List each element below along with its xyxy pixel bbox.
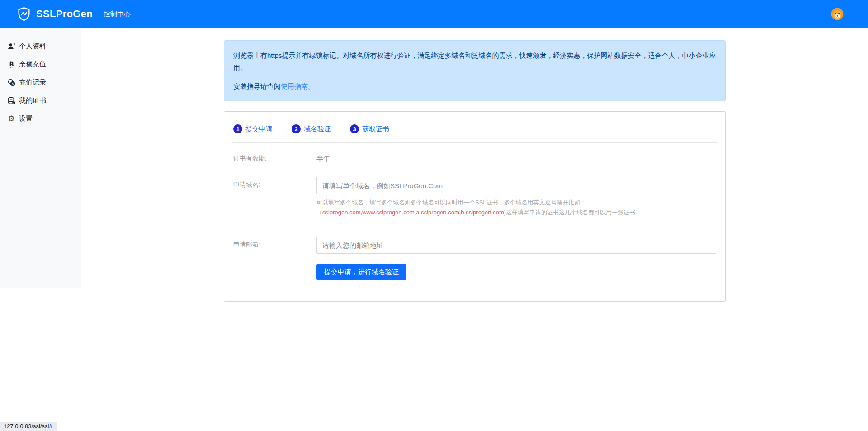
- sidebar-item-label: 个人资料: [19, 42, 46, 51]
- person-plus-icon: [7, 42, 15, 50]
- svg-text:✔: ✔: [13, 101, 14, 104]
- gear-icon: ⚙: [7, 114, 15, 123]
- alert-text: 浏览器上有https提示并有绿锁标记。对域名所有权进行验证，满足绑定多域名和泛域…: [233, 49, 716, 74]
- validity-row: 证书有效期: 半年: [233, 155, 716, 163]
- validity-label: 证书有效期:: [233, 155, 316, 163]
- svg-text:B: B: [9, 61, 14, 68]
- coins-icon: $: [7, 78, 15, 86]
- top-nav: 控制中心: [104, 10, 131, 19]
- sidebar-item-recharge-records[interactable]: $ 充值记录: [0, 73, 81, 91]
- top-navbar: SSLProGen 控制中心: [0, 0, 868, 28]
- step-3-badge: 3: [350, 124, 359, 133]
- sidebar-item-label: 充值记录: [19, 78, 46, 87]
- steps-header: 1 提交申请 2 域名验证 3 获取证书: [232, 112, 717, 143]
- alert-guide-prefix: 安装指导请查阅: [233, 82, 281, 90]
- domain-help-suffix: )这样填写申请的证书这几个域名都可以用一张证书: [504, 209, 635, 216]
- email-row: 申请邮箱:: [233, 237, 716, 254]
- sidebar-item-profile[interactable]: 个人资料: [0, 37, 81, 55]
- bitcoin-icon: B: [7, 60, 15, 68]
- submit-application-button[interactable]: 提交申请，进行域名验证: [316, 264, 406, 280]
- main-content: 浏览器上有https提示并有绿锁标记。对域名所有权进行验证，满足绑定多域名和泛域…: [81, 28, 868, 302]
- email-label: 申请邮箱:: [233, 237, 316, 249]
- email-input[interactable]: [316, 237, 716, 254]
- svg-text:$: $: [11, 81, 14, 85]
- sidebar-item-label: 余额充值: [19, 60, 46, 69]
- domain-row: 申请域名: 可以填写多个域名，填写多个域名则多个域名可以同时用一个SSL证书，多…: [233, 177, 716, 218]
- step-domain-verification[interactable]: 2 域名验证: [292, 124, 331, 133]
- nav-item-control-center[interactable]: 控制中心: [104, 10, 131, 18]
- sidebar-item-recharge[interactable]: B 余额充值: [0, 55, 81, 73]
- alert-guide-line: 安装指导请查阅使用指南。: [233, 80, 716, 92]
- domain-input[interactable]: [316, 177, 716, 194]
- step-get-certificate[interactable]: 3 获取证书: [350, 124, 389, 133]
- step-2-label: 域名验证: [304, 125, 331, 133]
- certificate-stack-icon: ✔: [7, 96, 15, 104]
- sidebar: 个人资料 B 余额充值 $ 充值记录: [0, 28, 81, 288]
- apply-card: 1 提交申请 2 域名验证 3 获取证书 证书有效期: 半年: [224, 111, 726, 302]
- step-1-label: 提交申请: [245, 125, 273, 133]
- submit-spacer: [233, 254, 316, 258]
- apply-form: 证书有效期: 半年 申请域名: 可以填写多个域名，填写多个域名则多个域名可以同时…: [224, 143, 725, 301]
- shield-logo-icon: [16, 6, 36, 22]
- sidebar-item-label: 我的证书: [19, 96, 46, 105]
- step-2-badge: 2: [292, 124, 301, 133]
- brand[interactable]: SSLProGen: [16, 6, 93, 22]
- step-submit-application[interactable]: 1 提交申请: [233, 124, 273, 133]
- validity-value: 半年: [316, 155, 330, 163]
- info-alert: 浏览器上有https提示并有绿锁标记。对域名所有权进行验证，满足绑定多域名和泛域…: [224, 40, 726, 101]
- sidebar-item-settings[interactable]: ⚙ 设置: [0, 109, 81, 128]
- domain-label: 申请域名:: [233, 177, 316, 189]
- domain-help-text: 可以填写多个域名，填写多个域名则多个域名可以同时用一个SSL证书，多个域名用英文…: [316, 198, 716, 218]
- step-3-label: 获取证书: [362, 125, 389, 133]
- step-1-badge: 1: [233, 124, 242, 133]
- domain-help-examples: sslprogen.com,www.sslprogen.com,a.sslpro…: [322, 209, 504, 216]
- sidebar-item-my-certificates[interactable]: ✔ 我的证书: [0, 91, 81, 109]
- sidebar-item-label: 设置: [19, 114, 33, 123]
- browser-status-url: 127.0.0.83/ssl/ssl#: [0, 422, 57, 431]
- brand-name: SSLProGen: [36, 8, 93, 20]
- usage-guide-link[interactable]: 使用指南。: [281, 82, 315, 90]
- lion-emoji-icon[interactable]: [830, 7, 844, 21]
